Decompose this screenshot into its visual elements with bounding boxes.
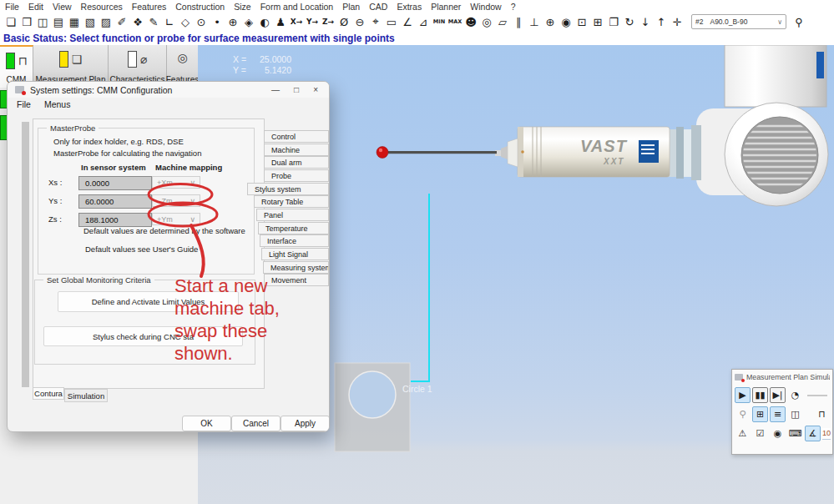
coordinate-system-icon[interactable]: ∟ — [162, 13, 177, 30]
rectangle-icon[interactable]: ▭ — [384, 13, 399, 30]
cube-save-icon[interactable]: ▦ — [67, 13, 82, 30]
save-icon[interactable]: ◫ — [35, 13, 50, 30]
config-tab-probe[interactable]: Probe — [264, 169, 329, 182]
config-tab-control[interactable]: Control — [264, 130, 329, 143]
menu-item[interactable]: Resources — [81, 2, 123, 12]
menu-item[interactable]: ? — [511, 2, 516, 12]
copy-view-icon[interactable]: ❐ — [606, 13, 621, 30]
probe-holder-button[interactable]: ⊓ — [814, 406, 830, 422]
perpendicularity-icon[interactable]: ⊥ — [527, 13, 542, 30]
ys-input[interactable]: 60.0000 — [78, 194, 152, 209]
ok-button[interactable]: OK — [182, 416, 231, 431]
zs-mapping-select[interactable]: +Ym ∨ — [152, 213, 200, 225]
circle-feature-icon[interactable]: ⊙ — [194, 13, 209, 30]
speed-value-field[interactable]: 10 — [822, 428, 831, 440]
menu-item[interactable]: Form and Location — [260, 2, 334, 12]
user-icon[interactable]: ☻ — [463, 13, 478, 30]
diameter-icon[interactable]: Ø — [336, 13, 351, 30]
protractor-pen-icon[interactable]: ✎ — [146, 13, 161, 30]
stopwatch-icon[interactable]: ◔ — [787, 387, 803, 403]
config-tab-light-signal[interactable]: Light Signal — [261, 248, 329, 260]
brush-icon[interactable]: ✐ — [114, 13, 129, 30]
operator-icon[interactable]: ♟ — [273, 13, 288, 30]
menu-item[interactable]: Features — [132, 2, 166, 12]
min-mode-icon[interactable]: MIN — [432, 13, 447, 30]
config-tab-interface[interactable]: Interface — [260, 234, 329, 247]
roundness-icon[interactable]: ◎ — [479, 13, 494, 30]
zs-input[interactable]: 188.1000 — [78, 213, 152, 227]
config-tab-movement[interactable]: Movement — [264, 274, 329, 286]
machine-tab-contura[interactable]: Contura — [33, 387, 64, 400]
position-tolerance-icon[interactable]: ⊕ — [543, 13, 558, 30]
machine-view-button[interactable]: ◫ — [787, 406, 803, 422]
point-feature-icon[interactable]: • — [210, 13, 225, 30]
taper-angle-icon[interactable]: ⊿ — [416, 13, 431, 30]
cylinder-feature-icon[interactable]: ◈ — [241, 13, 256, 30]
cube-settings-icon[interactable]: ▨ — [99, 13, 114, 30]
stylus-check-cnc-button[interactable]: Stylus check during CNC sta — [43, 326, 243, 346]
probe-stylus-icon[interactable]: ⚲ — [791, 13, 806, 30]
navigation-tree-button[interactable]: ⊞ — [752, 406, 768, 422]
menu-item[interactable]: Construction — [175, 2, 225, 12]
open-folder-icon[interactable]: ❒ — [19, 13, 34, 30]
axes-move-icon[interactable]: ✛ — [670, 13, 685, 30]
step-forward-button[interactable]: ▶| — [770, 387, 786, 403]
parallelism-icon[interactable]: ∥ — [511, 13, 526, 30]
config-tab-rotary-table[interactable]: Rotary Table — [254, 195, 329, 208]
dual-view-icon[interactable]: ⊞ — [590, 13, 605, 30]
machine-tab-simulation[interactable]: Simulation — [64, 389, 108, 402]
menu-item[interactable]: CAD — [369, 2, 387, 12]
new-document-icon[interactable]: ❏ — [3, 13, 18, 30]
close-button[interactable]: × — [313, 85, 318, 94]
config-tab-stylus-system[interactable]: Stylus system — [247, 183, 329, 195]
play-button[interactable]: ▶ — [735, 387, 751, 403]
eye-probe-button[interactable]: ◉ — [770, 426, 786, 441]
menu-item[interactable]: Edit — [28, 2, 43, 12]
rotate-view-icon[interactable]: ↻ — [622, 13, 637, 30]
z-axis-icon[interactable]: Z→ — [321, 13, 336, 30]
apply-button[interactable]: Apply — [281, 416, 330, 431]
cube-edit-icon[interactable]: ▧ — [83, 13, 98, 30]
config-tab-panel[interactable]: Panel — [256, 209, 329, 221]
stylus-warning-button[interactable]: ⚠ — [735, 426, 751, 441]
pause-button[interactable]: ▮▮ — [752, 387, 768, 403]
control-panel-button[interactable]: ⌨ — [787, 426, 803, 441]
group-icon[interactable]: ❖ — [130, 13, 145, 30]
define-limit-values-button[interactable]: Define and Activate Limit Values — [58, 291, 239, 312]
stylus-temp-button[interactable]: ⚲ — [735, 406, 751, 422]
config-tab-temperature[interactable]: Temperature — [258, 222, 329, 234]
config-tab-dual-arm[interactable]: Dual arm — [264, 156, 329, 169]
cad-window-icon[interactable]: ⊡ — [574, 13, 589, 30]
dialog-titlebar[interactable]: System settings: CMM Configuration — □ × — [8, 82, 329, 98]
probe-angle-button[interactable]: ∡ — [805, 426, 821, 441]
flatness-icon[interactable]: ▱ — [495, 13, 510, 30]
menu-item[interactable]: Window — [470, 2, 501, 12]
probe-angle-selector[interactable]: #2 A90.0_B-90 ∨ — [691, 14, 786, 29]
xs-input[interactable]: 0.0000 — [78, 176, 152, 190]
minimize-button[interactable]: — — [271, 85, 280, 94]
cone-feature-icon[interactable]: ◐ — [257, 13, 272, 30]
monitor-check-button[interactable]: ☑ — [752, 426, 768, 441]
maximize-button[interactable]: □ — [294, 85, 299, 94]
plan-list-button[interactable]: ≡ — [770, 406, 786, 422]
menu-item[interactable]: File — [5, 2, 19, 12]
config-tab-measuring-systems[interactable]: Measuring systems — [263, 261, 329, 274]
y-axis-icon[interactable]: Y→ — [305, 13, 320, 30]
ys-mapping-select[interactable]: - Zm ∨ — [152, 194, 200, 207]
temperature-up-icon[interactable]: ↑ — [654, 13, 669, 30]
config-tab-machine[interactable]: Machine — [264, 144, 329, 156]
arc-icon[interactable]: ⊖ — [352, 13, 367, 30]
menu-item[interactable]: Planner — [431, 2, 461, 12]
dialog-menu-menus[interactable]: Menus — [44, 99, 71, 113]
menu-item[interactable]: Extras — [397, 2, 422, 12]
pin-icon[interactable]: ⌖ — [368, 13, 383, 30]
menu-item[interactable]: Size — [234, 2, 250, 12]
temperature-down-icon[interactable]: ↓ — [638, 13, 653, 30]
speed-slider[interactable] — [807, 395, 827, 396]
concentricity-icon[interactable]: ◉ — [559, 13, 574, 30]
sphere-feature-icon[interactable]: ⊕ — [225, 13, 240, 30]
max-mode-icon[interactable]: MAX — [447, 13, 462, 30]
menu-item[interactable]: View — [53, 2, 72, 12]
plane-feature-icon[interactable]: ◇ — [178, 13, 193, 30]
menu-item[interactable]: Plan — [342, 2, 360, 12]
